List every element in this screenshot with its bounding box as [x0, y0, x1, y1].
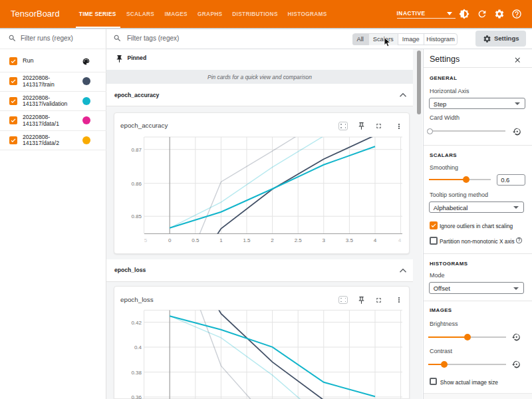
svg-text:3.5: 3.5 — [346, 237, 354, 243]
svg-text:0.42: 0.42 — [131, 320, 142, 326]
svg-text:2.5: 2.5 — [295, 237, 303, 243]
svg-text:4: 4 — [398, 237, 402, 243]
svg-text:0.38: 0.38 — [131, 370, 142, 376]
svg-text:0.36: 0.36 — [131, 394, 142, 399]
svg-text:3: 3 — [323, 237, 326, 243]
svg-text:0.85: 0.85 — [131, 213, 142, 219]
svg-text:2: 2 — [271, 237, 274, 243]
svg-text:4: 4 — [374, 237, 377, 243]
svg-text:1: 1 — [219, 237, 223, 243]
svg-text:1.5: 1.5 — [243, 237, 251, 243]
svg-text:0.87: 0.87 — [131, 146, 142, 152]
svg-text:0.86: 0.86 — [131, 180, 142, 186]
svg-text:5: 5 — [144, 237, 148, 243]
svg-text:0.4: 0.4 — [134, 344, 142, 350]
svg-text:0: 0 — [168, 237, 172, 243]
svg-text:0.5: 0.5 — [192, 237, 200, 243]
